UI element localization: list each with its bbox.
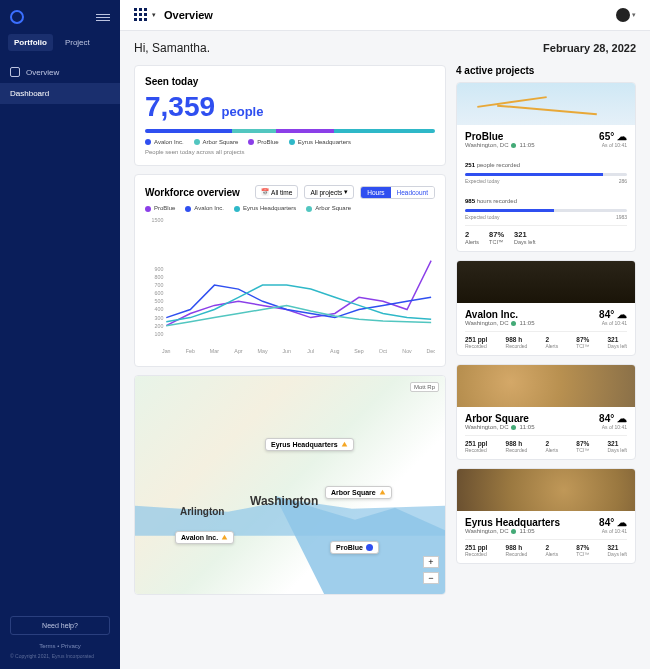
topbar: ▾ Overview ▾ bbox=[120, 0, 650, 31]
legend-item: Arbor Square bbox=[306, 205, 351, 211]
project-stat: 321Days left bbox=[608, 336, 627, 349]
svg-text:Jul: Jul bbox=[307, 348, 314, 354]
grid-icon[interactable] bbox=[134, 8, 148, 22]
project-temp-time: As of 10:41 bbox=[599, 424, 627, 430]
project-stat: 251 pplRecorded bbox=[465, 440, 487, 453]
project-filter-label: All projects bbox=[310, 189, 342, 196]
hours-recorded: 985 hours recorded bbox=[465, 198, 517, 204]
project-card[interactable]: ProBlueWashington, DC 11:0565° ☁As of 10… bbox=[456, 82, 636, 252]
map-pin-label: Avalon Inc. bbox=[181, 534, 218, 541]
project-stat: 321Days left bbox=[608, 544, 627, 557]
need-help-button[interactable]: Need help? bbox=[10, 616, 110, 635]
workforce-legend: ProBlueAvalon Inc.Eyrus HeadquartersArbo… bbox=[145, 205, 435, 211]
project-temp: 84° ☁ bbox=[599, 309, 627, 320]
svg-text:Oct: Oct bbox=[379, 348, 388, 354]
seen-today-card: Seen today 7,359 people Avalon Inc.Arbor… bbox=[134, 65, 446, 166]
svg-text:400: 400 bbox=[155, 306, 164, 312]
workforce-title: Workforce overview bbox=[145, 187, 240, 198]
svg-text:Jun: Jun bbox=[282, 348, 291, 354]
status-dot-icon bbox=[511, 529, 516, 534]
project-name: Eyrus Headquarters bbox=[465, 517, 560, 528]
map-pin[interactable]: Arbor Square bbox=[325, 486, 392, 499]
svg-text:Aug: Aug bbox=[330, 348, 339, 354]
logo-icon bbox=[10, 10, 24, 24]
project-stat: 321Days left bbox=[514, 230, 535, 245]
project-card[interactable]: Eyrus HeadquartersWashington, DC 11:0584… bbox=[456, 468, 636, 564]
project-stat: 251 pplRecorded bbox=[465, 336, 487, 349]
nav-overview[interactable]: Overview bbox=[0, 61, 120, 83]
nav-overview-label: Overview bbox=[26, 68, 59, 77]
user-menu-chevron-icon[interactable]: ▾ bbox=[632, 11, 636, 19]
project-stat: 2Alerts bbox=[545, 440, 558, 453]
legend-item: ProBlue bbox=[145, 205, 175, 211]
map-attribution: Mott Rp bbox=[410, 382, 439, 392]
copyright-text: © Copyright 2021, Eyrus Incorporated bbox=[10, 653, 110, 659]
workforce-card: Workforce overview 📅 All time All projec… bbox=[134, 174, 446, 366]
svg-text:Apr: Apr bbox=[234, 348, 242, 354]
nav-dashboard-label: Dashboard bbox=[10, 89, 49, 98]
project-temp: 84° ☁ bbox=[599, 413, 627, 424]
map-pin[interactable]: ProBlue bbox=[330, 541, 379, 554]
footer-links[interactable]: Terms • Privacy bbox=[10, 643, 110, 649]
date-text: February 28, 2022 bbox=[543, 42, 636, 54]
status-dot-icon bbox=[511, 143, 516, 148]
menu-icon[interactable] bbox=[96, 14, 110, 21]
seen-today-title: Seen today bbox=[145, 76, 435, 87]
people-recorded: 251 people recorded bbox=[465, 162, 520, 168]
legend-item: Eyrus Headquarters bbox=[234, 205, 296, 211]
hours-toggle[interactable]: Hours bbox=[361, 187, 390, 198]
nav-dashboard[interactable]: Dashboard bbox=[0, 83, 120, 104]
chevron-down-icon[interactable]: ▾ bbox=[152, 11, 156, 19]
project-temp: 65° ☁ bbox=[599, 131, 627, 142]
project-stat: 251 pplRecorded bbox=[465, 544, 487, 557]
zoom-in-button[interactable]: + bbox=[423, 556, 439, 568]
project-temp-time: As of 10:41 bbox=[599, 142, 627, 148]
project-stat: 87%TCI™ bbox=[576, 544, 589, 557]
svg-text:May: May bbox=[258, 348, 268, 354]
project-stat: 988 hRecorded bbox=[506, 336, 528, 349]
svg-text:900: 900 bbox=[155, 266, 164, 272]
greeting-text: Hi, Samantha. bbox=[134, 41, 210, 55]
seen-today-legend: Avalon Inc.Arbor SquareProBlueEyrus Head… bbox=[145, 139, 435, 145]
projects-title: 4 active projects bbox=[456, 65, 636, 76]
expected-label: Expected today bbox=[465, 178, 499, 184]
map-pin[interactable]: Eyrus Headquarters bbox=[265, 438, 354, 451]
map-pin[interactable]: Avalon Inc. bbox=[175, 531, 234, 544]
project-card[interactable]: Arbor SquareWashington, DC 11:0584° ☁As … bbox=[456, 364, 636, 460]
svg-text:Jan: Jan bbox=[162, 348, 171, 354]
tab-project[interactable]: Project bbox=[59, 34, 96, 51]
svg-text:100: 100 bbox=[155, 331, 164, 337]
legend-item: Avalon Inc. bbox=[185, 205, 224, 211]
project-temp-time: As of 10:41 bbox=[599, 320, 627, 326]
project-filter[interactable]: All projects ▾ bbox=[304, 185, 354, 199]
svg-text:1500: 1500 bbox=[152, 217, 164, 223]
status-dot-icon bbox=[511, 425, 516, 430]
workforce-chart: 1002003004005006007008009001500JanFebMar… bbox=[145, 216, 435, 356]
svg-text:600: 600 bbox=[155, 290, 164, 296]
project-temp-time: As of 10:41 bbox=[599, 528, 627, 534]
map-pin-label: ProBlue bbox=[336, 544, 363, 551]
seen-today-bar bbox=[145, 129, 435, 133]
svg-text:500: 500 bbox=[155, 298, 164, 304]
zoom-out-button[interactable]: − bbox=[423, 572, 439, 584]
legend-item: ProBlue bbox=[248, 139, 278, 145]
seen-today-unit: people bbox=[222, 104, 264, 119]
project-location: Washington, DC 11:05 bbox=[465, 528, 560, 534]
avatar[interactable] bbox=[616, 8, 630, 22]
project-stat: 2Alerts bbox=[545, 336, 558, 349]
project-stat: 2Alerts bbox=[545, 544, 558, 557]
tab-portfolio[interactable]: Portfolio bbox=[8, 34, 53, 51]
project-card[interactable]: Avalon Inc.Washington, DC 11:0584° ☁As o… bbox=[456, 260, 636, 356]
project-stat: 321Days left bbox=[608, 440, 627, 453]
headcount-toggle[interactable]: Headcount bbox=[391, 187, 434, 198]
map-card[interactable]: Mott Rp Washington Arlington Eyrus Headq… bbox=[134, 375, 446, 595]
project-stat: 2Alerts bbox=[465, 230, 479, 245]
project-image bbox=[457, 365, 635, 407]
sidebar: Portfolio Project Overview Dashboard Nee… bbox=[0, 0, 120, 669]
time-filter-label: All time bbox=[271, 189, 292, 196]
time-filter[interactable]: 📅 All time bbox=[255, 185, 298, 199]
project-location: Washington, DC 11:05 bbox=[465, 424, 534, 430]
project-location: Washington, DC 11:05 bbox=[465, 320, 534, 326]
svg-text:200: 200 bbox=[155, 322, 164, 328]
project-stat: 87%TCI™ bbox=[576, 336, 589, 349]
